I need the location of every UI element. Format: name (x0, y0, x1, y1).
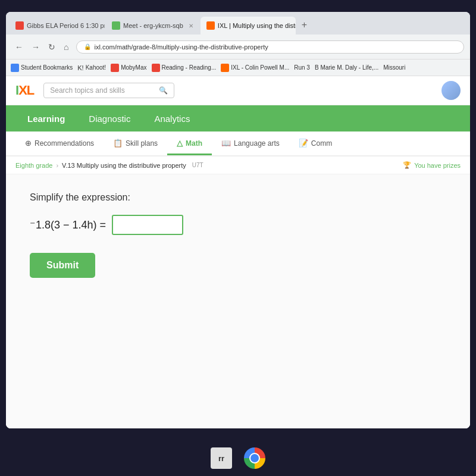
tab-favicon-gibbs (15, 21, 24, 30)
tab-favicon-ixl (206, 21, 215, 30)
recommendations-icon: ⊕ (25, 139, 32, 148)
page-content: IXL Search topics and skills 🔍 Learning … (6, 76, 470, 428)
bookmark-k-label: K! (77, 64, 83, 71)
bookmark-favicon-ixl-colin (221, 64, 229, 72)
bookmark-marie[interactable]: B Marie M. Daly - Life,... (315, 64, 378, 71)
bookmark-moby[interactable]: MobyMax (111, 64, 146, 72)
lock-icon: 🔒 (84, 43, 91, 50)
bookmark-favicon-moby (111, 64, 119, 72)
taskbar: rr (0, 440, 476, 476)
breadcrumb-grade[interactable]: Eighth grade (15, 162, 52, 169)
bookmark-ixl-colin[interactable]: IXL - Colin Powell M... (221, 64, 289, 72)
nav-learning[interactable]: Learning (15, 108, 77, 130)
search-placeholder: Search topics and skills (50, 86, 124, 95)
user-avatar (441, 81, 461, 100)
bookmark-label-run3: Run 3 (294, 64, 310, 71)
skill-id: U7T (192, 162, 203, 168)
address-bar: ← → ↻ ⌂ 🔒 ixl.com/math/grade-8/multiply-… (6, 35, 470, 60)
bookmark-kahoot[interactable]: K! Kahoot! (77, 64, 106, 71)
ixl-logo-i: I (15, 83, 18, 98)
tab-label-math: Math (186, 139, 202, 148)
forward-button[interactable]: → (29, 41, 43, 53)
tab-recommendations[interactable]: ⊕ Recommendations (15, 133, 104, 155)
breadcrumb-bar: Eighth grade › V.13 Multiply using the d… (6, 156, 470, 174)
exercise-prompt: Simplify the expression: (30, 192, 446, 203)
refresh-button[interactable]: ↻ (45, 41, 58, 53)
home-button[interactable]: ⌂ (61, 41, 71, 53)
expression-text: ⁻1.8(3 − 1.4h) = (30, 218, 106, 231)
ixl-nav: Learning Diagnostic Analytics (6, 105, 470, 131)
breadcrumb-skill: V.13 Multiply using the distributive pro… (62, 162, 186, 169)
tab-label-ixl: IXL | Multiply using the distributi... (218, 22, 296, 29)
bookmark-favicon-reading (152, 64, 160, 72)
subject-tabs: ⊕ Recommendations 📋 Skill plans △ Math 📖… (6, 131, 470, 156)
trophy-icon: 🏆 (403, 161, 411, 169)
tab-label-meet: Meet - erg-ykcm-sqb (123, 22, 183, 29)
new-tab-button[interactable]: + (297, 17, 312, 33)
bookmark-label-marie: B Marie M. Daly - Life,... (315, 64, 378, 71)
breadcrumb-left: Eighth grade › V.13 Multiply using the d… (15, 162, 203, 169)
bookmark-label-missouri: Missouri (383, 64, 405, 71)
prizes-button[interactable]: 🏆 You have prizes (403, 161, 461, 169)
tab-math[interactable]: △ Math (167, 133, 212, 155)
tab-gibbs[interactable]: Gibbs ELA Period 6 1:30 pm - 2... ✕ (10, 17, 105, 35)
taskbar-chrome[interactable] (244, 447, 265, 469)
tab-label-gibbs: Gibbs ELA Period 6 1:30 pm - 2... (27, 22, 105, 29)
bookmarks-bar: Student Bookmarks K! Kahoot! MobyMax Rea… (6, 60, 470, 76)
tab-favicon-meet (112, 21, 120, 30)
tab-label-comm: Comm (311, 139, 332, 148)
tab-language-arts[interactable]: 📖 Language arts (212, 133, 289, 155)
ixl-logo: IXL (15, 83, 34, 98)
tab-label-recommendations: Recommendations (35, 139, 94, 148)
bookmark-favicon-student (11, 64, 19, 72)
nav-buttons: ← → ↻ ⌂ (12, 41, 71, 53)
bookmark-label-moby: MobyMax (121, 64, 146, 71)
tab-bar: Gibbs ELA Period 6 1:30 pm - 2... ✕ Meet… (6, 12, 470, 35)
bookmark-label-reading: Reading - Reading... (162, 64, 217, 71)
tab-comm[interactable]: 📝 Comm (289, 133, 342, 155)
rr-label: rr (218, 454, 224, 463)
tab-label-skill-plans: Skill plans (126, 139, 158, 148)
bookmark-student[interactable]: Student Bookmarks (11, 64, 73, 72)
nav-diagnostic[interactable]: Diagnostic (77, 108, 142, 130)
screen-frame: Gibbs ELA Period 6 1:30 pm - 2... ✕ Meet… (6, 12, 470, 428)
bookmark-label-student: Student Bookmarks (21, 64, 73, 71)
search-bar[interactable]: Search topics and skills 🔍 (43, 83, 174, 98)
answer-input[interactable] (112, 215, 183, 235)
back-button[interactable]: ← (12, 41, 26, 53)
tab-ixl[interactable]: IXL | Multiply using the distributi... ✕ (201, 17, 296, 35)
ixl-header: IXL Search topics and skills 🔍 (6, 76, 470, 105)
math-icon: △ (177, 139, 183, 148)
comm-icon: 📝 (299, 139, 308, 148)
bookmark-label-ixl-colin: IXL - Colin Powell M... (231, 64, 289, 71)
language-arts-icon: 📖 (221, 139, 231, 148)
tab-close-meet[interactable]: ✕ (189, 23, 193, 29)
prizes-label: You have prizes (414, 162, 461, 169)
submit-button[interactable]: Submit (30, 253, 95, 278)
math-expression: ⁻1.8(3 − 1.4h) = (30, 215, 446, 235)
browser-window: Gibbs ELA Period 6 1:30 pm - 2... ✕ Meet… (6, 12, 470, 428)
bookmark-label-kahoot: Kahoot! (86, 64, 106, 71)
breadcrumb-arrow: › (56, 162, 58, 169)
search-icon: 🔍 (159, 86, 168, 95)
exercise-area: Simplify the expression: ⁻1.8(3 − 1.4h) … (6, 174, 470, 428)
tab-label-language-arts: Language arts (234, 139, 280, 148)
url-text: ixl.com/math/grade-8/multiply-using-the-… (94, 43, 268, 51)
bookmark-missouri[interactable]: Missouri (383, 64, 405, 71)
bookmark-reading[interactable]: Reading - Reading... (152, 64, 217, 72)
tab-meet[interactable]: Meet - erg-ykcm-sqb ✕ (106, 17, 199, 35)
bookmark-run3[interactable]: Run 3 (294, 64, 310, 71)
nav-analytics[interactable]: Analytics (142, 108, 202, 130)
skill-plans-icon: 📋 (113, 139, 123, 148)
taskbar-rr[interactable]: rr (211, 447, 232, 469)
tab-skill-plans[interactable]: 📋 Skill plans (104, 133, 167, 155)
url-bar[interactable]: 🔒 ixl.com/math/grade-8/multiply-using-th… (76, 40, 464, 54)
